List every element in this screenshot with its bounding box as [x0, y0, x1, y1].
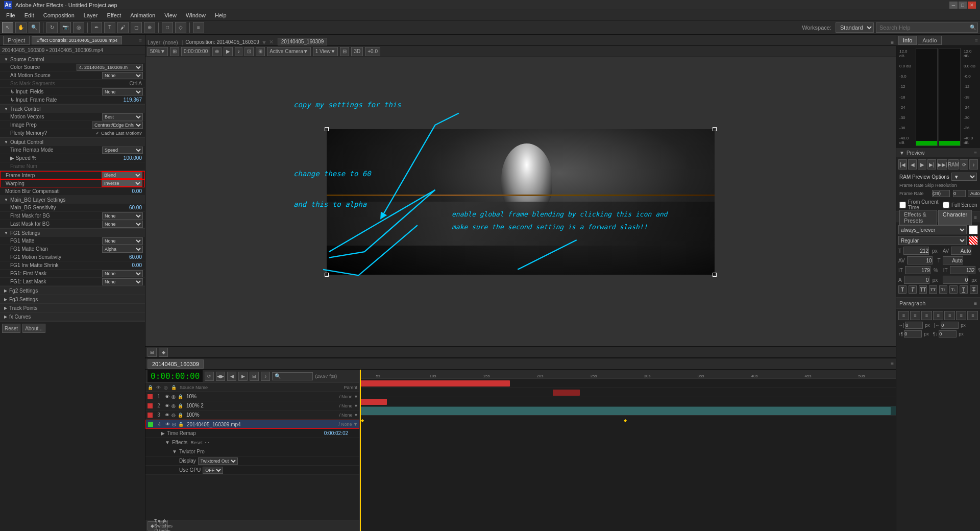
preview-next-frame[interactable]: ▶| — [927, 159, 936, 170]
bottom-expand-btn[interactable]: ⊞ — [148, 348, 157, 357]
tab-info[interactable]: Info — [898, 36, 917, 45]
rotate-tool[interactable]: ↻ — [46, 22, 58, 33]
resolution-select[interactable]: Auto — [968, 190, 980, 197]
tl-toggle-switches[interactable]: Toggle Switches / Modes — [159, 521, 168, 530]
frame-rate-input[interactable] — [932, 190, 950, 197]
fg1-first-mask-select[interactable]: None — [102, 270, 143, 277]
menu-help[interactable]: Help — [211, 11, 231, 19]
curves-title[interactable]: ▶ fx Curves — [0, 312, 145, 321]
menu-edit[interactable]: Edit — [20, 11, 38, 19]
text-tool[interactable]: T — [104, 22, 115, 33]
preview-prev-frame[interactable]: ◀ — [908, 159, 917, 170]
eraser-tool[interactable]: ◻ — [131, 22, 142, 33]
tab-effect-controls[interactable]: Effect Controls: 20140405_160309.mp4 — [32, 36, 122, 44]
frame-interp-select[interactable]: Blend — [102, 172, 142, 179]
bold-btn[interactable]: T — [898, 285, 906, 294]
indent-right-input[interactable] — [941, 322, 959, 329]
tl-ram-btn[interactable]: ⊟ — [250, 372, 259, 381]
menu-animation[interactable]: Animation — [126, 11, 159, 19]
viewer-snap-btn[interactable]: ⊕ — [212, 47, 222, 56]
ram-preview-select[interactable]: ▼ — [951, 173, 977, 181]
puppet-tool[interactable]: ⊕ — [144, 22, 155, 33]
skip-frames-input[interactable] — [953, 190, 966, 197]
tab-effects-presets[interactable]: Effects & Presets — [899, 210, 937, 225]
viewer-zoom-select[interactable]: 50% ▼ — [148, 47, 168, 56]
track-points-title[interactable]: ▶ Track Points — [0, 304, 145, 312]
sub-btn[interactable]: T↓ — [949, 285, 958, 294]
main-bg-title[interactable]: ▼ Main_BG Layer Settings — [0, 196, 145, 204]
menu-file[interactable]: File — [2, 11, 19, 19]
zoom-tool[interactable]: 🔍 — [29, 22, 40, 33]
display-select[interactable]: Twixtored Out — [198, 457, 238, 465]
track-control-title[interactable]: ▼ Track Control — [0, 105, 145, 113]
warping-select[interactable]: Inverse — [102, 180, 142, 187]
viewer-timecode[interactable]: 0:00:00:00 — [181, 47, 210, 56]
preview-ram[interactable]: RAM — [948, 159, 959, 170]
close-button[interactable]: ✕ — [968, 2, 976, 9]
use-gpu-select[interactable]: OFF — [203, 467, 223, 474]
align-center-btn[interactable]: ≡ — [910, 311, 921, 320]
preview-loop[interactable]: ⟳ — [960, 159, 968, 170]
maximize-button[interactable]: □ — [959, 2, 967, 9]
super-btn[interactable]: T↑ — [939, 285, 947, 294]
viewer-grid-btn[interactable]: ⊞ — [256, 47, 265, 56]
selection-tool[interactable]: ↖ — [2, 22, 13, 33]
minimize-button[interactable]: ─ — [949, 2, 958, 9]
italic-btn[interactable]: T — [909, 285, 917, 294]
ep-menu-btn[interactable]: ≡ — [974, 214, 977, 220]
tl-search-input[interactable] — [272, 372, 313, 380]
layer-2-lock[interactable]: 🔒 — [178, 403, 183, 408]
menu-composition[interactable]: Composition — [39, 11, 79, 19]
tab-audio[interactable]: Audio — [918, 36, 941, 45]
canvas-handle-tr[interactable] — [713, 127, 717, 131]
pen-tool[interactable]: ✒ — [91, 22, 102, 33]
fg2-title[interactable]: ▶ Fg2 Settings — [0, 286, 145, 295]
leading-input[interactable] — [943, 256, 963, 264]
menu-view[interactable]: View — [160, 11, 181, 19]
last-mask-bg-select[interactable]: None — [102, 221, 143, 228]
viewer-exposure[interactable]: +0.0 — [365, 47, 380, 56]
menu-window[interactable]: Window — [182, 11, 210, 19]
font-color-swatch[interactable] — [969, 225, 978, 234]
fg3-title[interactable]: ▶ Fg3 Settings — [0, 295, 145, 303]
viewer-play-btn[interactable]: ▶ — [224, 47, 233, 56]
canvas-handle-br[interactable] — [713, 273, 717, 277]
justify-center-btn[interactable]: ≡ — [944, 311, 955, 320]
indent-left-input[interactable] — [905, 322, 923, 329]
layer-3-lock[interactable]: 🔒 — [178, 413, 183, 418]
keyframe-mid[interactable]: ◆ — [624, 418, 627, 423]
color-source-select[interactable]: 4. 20140405_160309.m — [77, 64, 143, 71]
space-before-input[interactable] — [904, 330, 922, 337]
viewer-render-btn[interactable]: ⊟ — [340, 47, 349, 56]
comp-panel-menu[interactable]: ≡ — [891, 40, 894, 45]
tl-frame-back-btn[interactable]: ◀ — [227, 372, 236, 381]
viewer-camera-select[interactable]: Active Camera ▼ — [267, 47, 310, 56]
track-bar-4[interactable] — [360, 407, 891, 415]
preview-menu[interactable]: ≡ — [974, 150, 977, 156]
preview-last-frame[interactable]: ▶▶| — [937, 159, 947, 170]
shape-tool[interactable]: □ — [162, 22, 173, 33]
hand-tool[interactable]: ✋ — [15, 22, 27, 33]
align-right-btn[interactable]: ≡ — [921, 311, 932, 320]
style-select[interactable]: Regular — [898, 236, 967, 245]
bottom-markers-btn[interactable]: ◆ — [159, 348, 168, 357]
layer-4[interactable]: 4 👁 ◎ 🔒 20140405_160309.mp4 / None ▼ — [145, 420, 359, 429]
mask-tool[interactable]: ◇ — [175, 22, 186, 33]
camera-tool[interactable]: 📷 — [60, 22, 71, 33]
keyframe-start[interactable]: ◆ — [361, 418, 364, 423]
fg1-title[interactable]: ▼ FG1 Settings — [0, 229, 145, 237]
layer-4-lock[interactable]: 🔒 — [178, 422, 184, 427]
alt-motion-select[interactable]: None — [102, 72, 143, 79]
allcaps-btn[interactable]: TT — [919, 285, 927, 294]
tl-loop-btn[interactable]: ⟳ — [205, 372, 214, 381]
about-button[interactable]: About... — [22, 324, 45, 333]
panel-menu-btn[interactable]: ≡ — [139, 37, 142, 43]
output-control-title[interactable]: ▼ Output Control — [0, 138, 145, 146]
paragraph-menu[interactable]: ≡ — [974, 301, 977, 306]
layer-1-eye[interactable]: 👁 — [165, 394, 169, 399]
source-control-title[interactable]: ▼ Source Control — [0, 55, 145, 63]
comp-name-display[interactable]: 20140405_160309 — [278, 38, 327, 45]
layer-4-solo[interactable]: ◎ — [172, 422, 176, 427]
first-mask-bg-select[interactable]: None — [102, 212, 143, 220]
fg1-matte-select[interactable]: None — [102, 237, 143, 245]
